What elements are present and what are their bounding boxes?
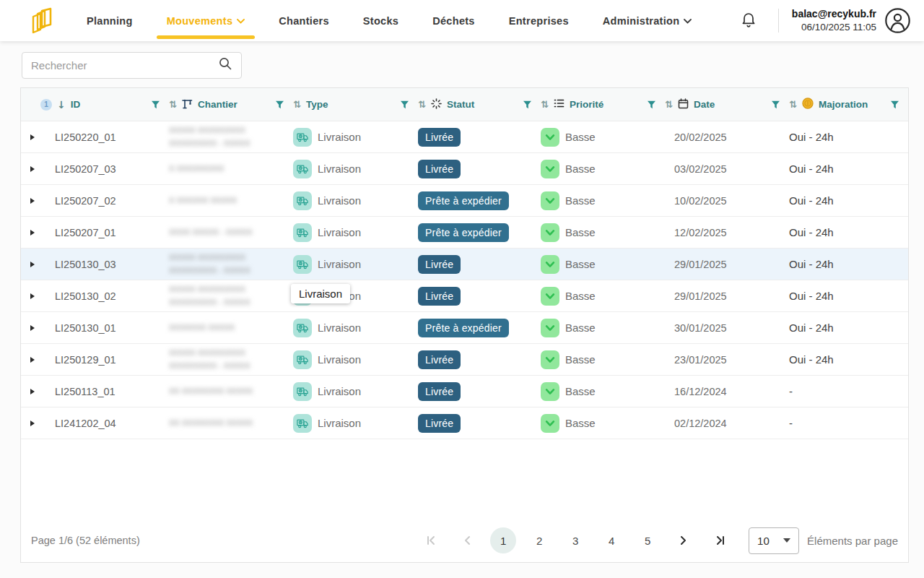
row-expander-button[interactable] [21,357,44,363]
next-page-button[interactable] [671,527,697,553]
row-expander-button[interactable] [21,262,44,267]
recykub-logo-icon[interactable] [29,5,56,37]
row-expander-button[interactable] [21,166,44,172]
chantier-cell: XXXXX XXXXXXXXXXXXXXXXXX - XXXXX [169,124,293,149]
column-header-chantier[interactable]: ⇅ Chantier [169,98,293,111]
nav-item-administration[interactable]: Administration [603,0,692,41]
chantier-cell: X XXXXXX XXXXX [169,194,293,207]
date-value: 10/02/2025 [665,195,789,207]
statut-cell: Prête à expédier [418,319,541,337]
type-label: Livraison [318,131,361,143]
table-row[interactable]: LI250113_01 XX XXXXXXXX XXXXX Livraison … [21,376,908,407]
page-button-5[interactable]: 5 [635,527,661,553]
statut-cell: Livrée [418,350,541,369]
priority-low-icon [541,382,559,401]
row-expander-button[interactable] [21,198,44,204]
type-label: Livraison [318,385,361,397]
last-page-button[interactable] [707,527,733,553]
date-value: 12/02/2025 [665,227,789,238]
chantier-redacted-text: X XXXXXXXXX [169,163,293,175]
table-row[interactable]: LI250129_01 XXXXX XXXXXXXXXXXXXXXXXX - X… [21,344,908,376]
chantier-cell: X XXXXXXXXX [169,163,293,175]
list-icon [554,98,565,111]
table-header-row: 1 ↓ ID ⇅ Chantier [21,88,908,121]
previous-page-button[interactable] [454,527,480,553]
delivery-truck-icon [293,223,312,242]
priority-low-icon [541,414,559,433]
chantier-redacted-text: X XXXXXX XXXXX [169,194,293,207]
filter-icon[interactable] [275,100,284,109]
column-header-statut[interactable]: ⇅ Statut [418,98,541,111]
first-page-button[interactable] [418,527,444,553]
table-row[interactable]: LI250130_01 XXXXXXX XXXXX Livraison Prêt… [21,312,908,344]
page-size-select[interactable]: 10 [749,527,799,554]
statut-cell: Prête à expédier [418,223,541,242]
notifications-bell-icon[interactable] [741,12,757,29]
sort-order-badge: 1 [40,99,52,111]
column-header-priorite[interactable]: ⇅ Priorité [541,98,665,111]
filter-icon[interactable] [400,100,409,109]
main-content: 1 ↓ ID ⇅ Chantier [0,41,924,578]
row-id: LI250207_01 [44,227,169,238]
page-button-2[interactable]: 2 [526,527,552,553]
nav-item-label: Stocks [363,15,398,27]
filter-icon[interactable] [151,100,160,109]
column-header-type[interactable]: ⇅ Type [293,99,418,110]
table-row[interactable]: LI250220_01 XXXXX XXXXXXXXXXXXXXXXXX - X… [21,121,908,153]
statut-cell: Livrée [418,128,541,147]
row-id: LI241202_04 [44,418,169,429]
nav-item-mouvements[interactable]: Mouvements [167,0,245,41]
row-expander-button[interactable] [21,293,44,299]
majoration-value: Oui - 24h [789,322,908,334]
majoration-value: - [789,385,908,397]
type-cell: Livraison [293,312,418,343]
row-id: LI250130_02 [44,290,169,302]
table-row[interactable]: LI250207_03 X XXXXXXXXX Livraison Livrée… [21,153,908,185]
priority-low-icon [541,128,559,147]
filter-icon[interactable] [647,100,656,109]
delivery-truck-icon [293,128,312,147]
majoration-value: Oui - 24h [789,290,908,302]
search-input[interactable] [31,59,219,72]
row-expander-button[interactable] [21,134,44,140]
delivery-truck-icon [293,382,312,401]
priorite-cell: Basse [541,128,665,147]
table-row[interactable]: LI250207_01 XXXX XXXXX - XXXXX Livraison… [21,217,908,249]
column-header-majoration[interactable]: ⇅ Majoration [789,98,908,111]
priorite-cell: Basse [541,255,665,274]
row-expander-button[interactable] [21,230,44,236]
user-avatar-icon[interactable] [884,7,911,34]
table-row[interactable]: LI250130_02 XXXXX XXXXXXXXXXXXXXXXXX - X… [21,280,908,312]
nav-item-stocks[interactable]: Stocks [363,0,398,41]
page-button-4[interactable]: 4 [598,527,624,553]
nav-item-dechets[interactable]: Déchets [432,0,475,41]
filter-icon[interactable] [890,100,899,109]
column-header-id[interactable]: 1 ↓ ID [44,99,169,111]
filter-icon[interactable] [771,100,780,109]
type-cell: Livraison [293,249,418,280]
statut-cell: Livrée [418,287,541,306]
row-id: LI250220_01 [44,131,169,143]
current-datetime: 06/10/2025 11:05 [792,21,876,34]
page-button-3[interactable]: 3 [562,527,588,553]
search-icon[interactable] [219,57,232,74]
majoration-value: Oui - 24h [789,131,908,143]
priority-low-icon [541,223,559,242]
table-row[interactable]: LI250130_03 XXXXX XXXXXXXXXXXXXXXXXX - X… [21,249,908,280]
table-row[interactable]: LI250207_02 X XXXXXX XXXXX Livraison Prê… [21,185,908,217]
nav-item-planning[interactable]: Planning [87,0,133,41]
row-expander-button[interactable] [21,420,44,426]
filter-icon[interactable] [523,100,532,109]
row-expander-button[interactable] [21,325,44,331]
page-button-1[interactable]: 1 [490,527,516,553]
nav-item-entreprises[interactable]: Entreprises [509,0,569,41]
priorite-cell: Basse [541,287,665,306]
row-expander-button[interactable] [21,389,44,394]
table-row[interactable]: LI241202_04 XX XXXXXXXX XXXXX Livraison … [21,407,908,439]
chantier-redacted-text: XXXXXXX XXXXX [169,322,293,334]
chantier-redacted-text: XX XXXXXXXX XXXXX [169,385,293,397]
row-id: LI250113_01 [44,386,169,397]
column-header-date[interactable]: ⇅ Date [665,98,789,111]
nav-item-chantiers[interactable]: Chantiers [279,0,329,41]
date-value: 30/01/2025 [665,322,789,334]
